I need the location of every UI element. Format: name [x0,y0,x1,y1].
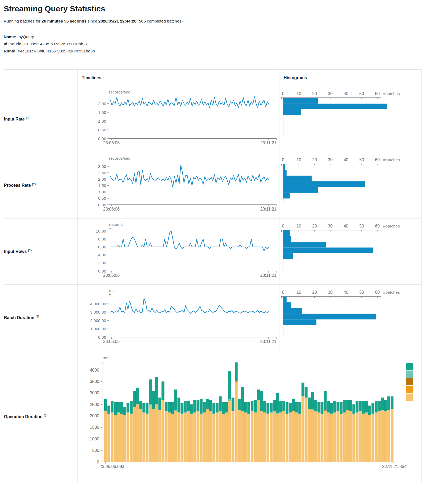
svg-text:10: 10 [296,91,301,96]
input-rate-timeline-cell: records/sec2.001.501.000.500.0023:06:062… [78,86,279,152]
svg-text:1.00: 1.00 [98,190,106,194]
query-id-value: 9d0dd219-995d-423e-b97d-36931110bb27 [10,42,88,46]
process-rate-help[interactable]: (?) [32,182,36,186]
operation-duration-help[interactable]: (?) [44,414,47,417]
query-id-line: Id: 9d0dd219-995d-423e-b97d-36931110bb27 [4,40,444,47]
svg-text:8.00: 8.00 [98,236,106,241]
query-id-label: Id: [4,42,9,46]
query-runid-line: RunId: 04e101e6-8bf8-4165-9099-9104c951b… [4,47,444,55]
input-rows-timeline-chart: records10.008.006.004.002.000.0023:06:06… [78,219,279,284]
svg-text:0: 0 [282,290,284,294]
batch-duration-histogram-cell: 0102030405060#batches [279,285,422,351]
svg-text:20: 20 [312,224,317,228]
svg-text:30: 30 [328,91,333,96]
svg-text:2.00: 2.00 [98,101,106,106]
svg-text:1500: 1500 [90,425,99,430]
svg-text:2000: 2000 [90,414,99,418]
batch-duration-help[interactable]: (?) [35,315,39,318]
summary-text: Running batches for [4,19,42,23]
input-rate-histogram-cell: 0102030405060#batches [279,86,422,152]
query-runid-label: RunId: [4,49,17,53]
svg-text:50: 50 [359,290,364,294]
process-rate-histogram-chart: 0102030405060#batches [279,153,421,218]
svg-text:60: 60 [375,290,380,294]
svg-text:0.00: 0.00 [98,136,106,141]
process-rate-label: Process Rate (?) [4,152,78,218]
process-rate-row: Process Rate (?) records/sec3.002.502.00… [4,152,422,218]
svg-text:23:11:21: 23:11:21 [260,339,276,344]
batch-duration-histogram-chart: 0102030405060#batches [279,285,421,351]
summary-text: ( [137,19,139,23]
svg-text:10: 10 [296,290,301,294]
help-icon[interactable]: ? [45,414,47,417]
svg-text:60: 60 [375,91,380,96]
svg-text:23:11:21: 23:11:21 [260,141,276,145]
svg-text:10: 10 [296,158,301,162]
svg-text:30: 30 [328,290,333,294]
svg-text:500: 500 [92,448,99,453]
help-icon[interactable]: ? [37,315,38,318]
svg-text:40: 40 [343,158,348,162]
svg-text:0: 0 [282,224,284,228]
running-duration: 26 minutes 56 seconds [42,19,87,23]
svg-text:4.00: 4.00 [98,253,106,257]
svg-text:0.50: 0.50 [98,127,106,132]
svg-text:#batches: #batches [383,158,400,162]
summary-text: completed batches) [146,19,183,23]
row-label-text: Input Rows [4,249,27,254]
svg-text:records: records [109,222,123,227]
svg-text:23:06:06: 23:06:06 [103,273,120,278]
svg-text:0: 0 [282,91,284,96]
svg-text:records/sec: records/sec [109,90,130,94]
row-label-text: Operation Duration [4,415,43,419]
svg-text:40: 40 [343,91,348,96]
svg-text:60: 60 [375,158,380,162]
svg-text:ms: ms [103,355,108,360]
svg-text:0.00: 0.00 [98,335,106,339]
query-name-label: Name: [4,34,16,39]
svg-text:50: 50 [359,158,364,162]
timelines-header: Timelines [78,70,279,86]
batch-duration-timeline-chart: ms4,000.003,000.002,000.001,000.000.0023… [78,285,279,351]
query-metadata: Name: myQuery Id: 9d0dd219-995d-423e-b97… [4,33,444,55]
process-rate-histogram-cell: 0102030405060#batches [279,152,422,218]
svg-text:#batches: #batches [383,224,400,228]
svg-text:23:06:06: 23:06:06 [103,141,120,145]
input-rows-histogram-cell: 0102030405060#batches [279,218,422,285]
table-header-row: Timelines Histograms [4,70,422,86]
row-label-text: Batch Duration [4,316,34,320]
process-rate-timeline-chart: records/sec3.002.502.001.501.000.500.002… [78,153,279,218]
svg-text:23:06:06.093: 23:06:06.093 [99,464,124,469]
svg-text:0: 0 [97,459,99,464]
svg-text:3,000.00: 3,000.00 [90,310,106,314]
svg-text:10: 10 [296,224,301,228]
svg-text:0.50: 0.50 [98,196,106,200]
svg-text:6.00: 6.00 [98,244,106,249]
query-name-line: Name: myQuery [4,33,444,40]
input-rows-help[interactable]: (?) [28,249,32,252]
svg-text:1.50: 1.50 [98,183,106,188]
svg-text:2.00: 2.00 [98,261,106,265]
svg-text:30: 30 [328,158,333,162]
svg-text:4000: 4000 [90,368,99,372]
svg-text:40: 40 [343,290,348,294]
svg-text:2500: 2500 [90,402,99,407]
input-rate-help[interactable]: (?) [26,116,30,119]
svg-text:0: 0 [282,158,284,162]
input-rate-histogram-chart: 0102030405060#batches [279,86,421,152]
svg-text:20: 20 [312,91,317,96]
svg-text:3500: 3500 [90,379,99,383]
empty-header-cell [4,70,78,86]
svg-text:3.00: 3.00 [98,164,106,168]
svg-text:1.00: 1.00 [98,119,106,123]
svg-text:2.50: 2.50 [98,170,106,175]
svg-text:3000: 3000 [90,391,99,395]
input-rate-timeline-chart: records/sec2.001.501.000.500.0023:06:062… [78,86,279,152]
svg-text:50: 50 [359,91,364,96]
svg-text:10.00: 10.00 [96,229,106,233]
process-rate-timeline-cell: records/sec3.002.502.001.501.000.500.002… [78,152,279,218]
svg-text:20: 20 [312,158,317,162]
svg-text:2,000.00: 2,000.00 [90,318,106,323]
svg-text:1000: 1000 [90,436,99,441]
batch-duration-timeline-cell: ms4,000.003,000.002,000.001,000.000.0023… [78,285,279,351]
